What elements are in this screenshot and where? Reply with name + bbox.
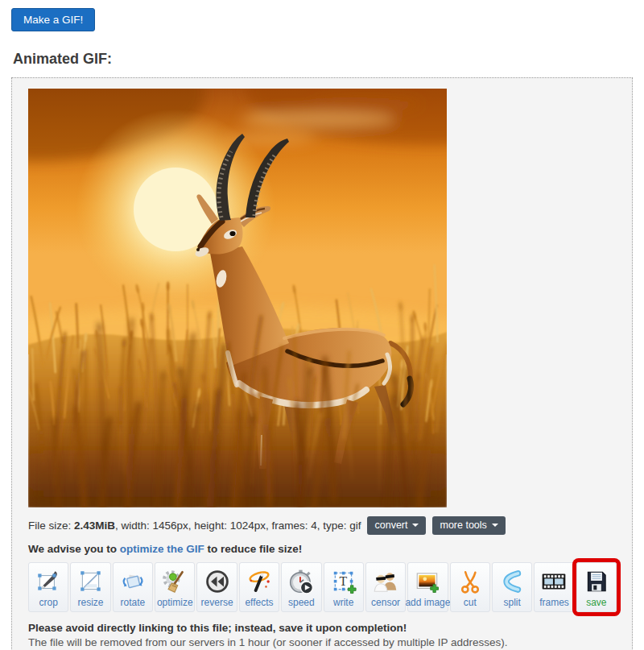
crop-icon (35, 568, 62, 595)
toolbar-item-label: censor (371, 597, 400, 608)
reverse-icon (204, 568, 231, 595)
rotate-icon (119, 568, 147, 595)
toolbar-item-label: crop (39, 597, 58, 608)
toolbar-item-censor[interactable]: censor (365, 562, 406, 612)
warning-text: Please avoid directly linking to this fi… (28, 622, 617, 634)
optimize-gif-link[interactable]: optimize the GIF (120, 543, 204, 555)
optimize-icon (161, 568, 188, 595)
caret-down-icon (412, 524, 419, 527)
result-box: File size: 2.43MiB, width: 1456px, heigh… (11, 77, 633, 650)
toolbar-item-label: save (586, 597, 606, 608)
toolbar-item-label: effects (245, 597, 273, 608)
animated-gif-preview (28, 89, 447, 507)
toolbar-item-label: reverse (201, 597, 233, 608)
toolbar-item-add-image[interactable]: add image (407, 562, 448, 612)
toolbar-item-label: write (333, 597, 353, 608)
write-icon: T (330, 568, 357, 595)
more-tools-button[interactable]: more tools (432, 516, 505, 535)
file-size-value: 2.43MiB (74, 520, 115, 532)
toolbar-item-label: add image (405, 597, 450, 608)
toolbar: cropresizerotateoptimizereverseeffectssp… (28, 562, 617, 612)
file-info-text: File size: 2.43MiB, width: 1456px, heigh… (28, 520, 361, 532)
split-icon (498, 568, 526, 595)
censor-icon (372, 568, 399, 595)
svg-text:T: T (339, 574, 347, 588)
toolbar-item-label: cut (464, 597, 477, 608)
make-a-gif-button[interactable]: Make a GIF! (11, 8, 95, 31)
optimize-advice: We advise you to optimize the GIF to red… (28, 543, 617, 555)
toolbar-item-resize[interactable]: resize (70, 562, 110, 612)
toolbar-item-speed[interactable]: speed (281, 562, 321, 612)
speed-icon (287, 568, 315, 595)
toolbar-item-split[interactable]: split (492, 562, 532, 612)
toolbar-item-effects[interactable]: effects (239, 562, 279, 612)
toolbar-item-crop[interactable]: crop (28, 562, 68, 612)
toolbar-item-label: frames (539, 597, 569, 608)
toolbar-item-write[interactable]: Twrite (324, 562, 364, 612)
frames-icon (540, 568, 568, 595)
effects-icon (246, 568, 273, 595)
toolbar-item-cut[interactable]: cut (450, 562, 490, 612)
resize-icon (77, 568, 105, 595)
save-icon (583, 568, 610, 595)
toolbar-item-label: rotate (121, 597, 146, 608)
toolbar-item-label: optimize (157, 597, 193, 608)
toolbar-item-save[interactable]: save (576, 562, 617, 612)
file-info: File size: 2.43MiB, width: 1456px, heigh… (28, 516, 617, 535)
toolbar-item-rotate[interactable]: rotate (113, 562, 153, 612)
page: Make a GIF! Animated GIF: (0, 0, 644, 650)
toolbar-item-label: split (503, 597, 520, 608)
page-title: Animated GIF: (13, 51, 633, 68)
toolbar-item-reverse[interactable]: reverse (196, 562, 237, 612)
removal-note: The file will be removed from our server… (28, 636, 617, 648)
toolbar-item-optimize[interactable]: optimize (155, 562, 195, 612)
add-image-icon (414, 568, 441, 595)
cut-icon (456, 568, 484, 595)
caret-down-icon (492, 524, 498, 527)
toolbar-item-frames[interactable]: frames (534, 562, 574, 612)
toolbar-item-label: resize (78, 597, 104, 608)
toolbar-item-label: speed (288, 597, 315, 608)
convert-button[interactable]: convert (367, 516, 426, 535)
